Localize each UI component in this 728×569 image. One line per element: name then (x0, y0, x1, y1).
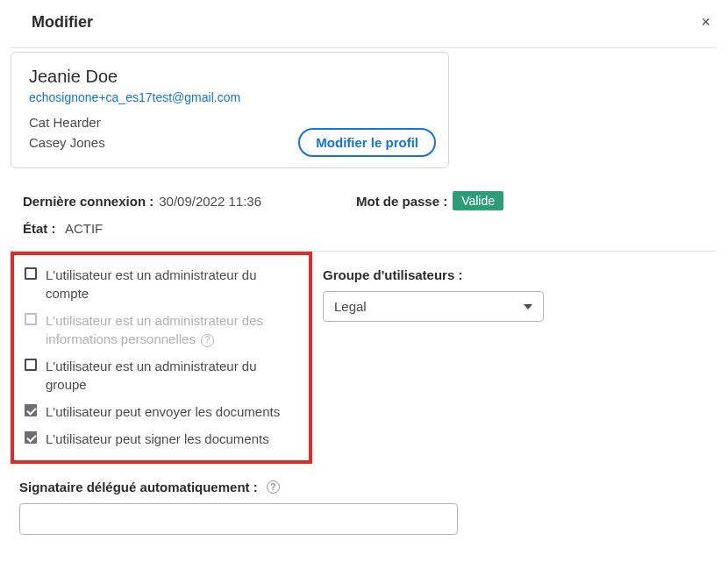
help-icon[interactable]: ? (267, 480, 280, 494)
checkbox-can-send[interactable] (25, 404, 37, 416)
header-divider (11, 47, 717, 48)
password-label: Mot de passe : (356, 194, 447, 209)
close-icon: × (701, 13, 710, 31)
permissions-highlight: L'utilisateur est un administrateur du c… (11, 252, 312, 464)
password-status-badge: Valide (453, 191, 503, 210)
label-personal-info-admin: L'utilisateur est un administrateur des … (46, 311, 298, 348)
label-account-admin: L'utilisateur est un administrateur du c… (46, 266, 298, 302)
delegate-input[interactable] (19, 503, 458, 535)
user-group-value: Legal (334, 299, 367, 314)
checkbox-group-admin[interactable] (25, 359, 37, 371)
last-login-label: Dernière connexion : (23, 194, 153, 209)
edit-profile-button[interactable]: Modifier le profil (298, 128, 436, 157)
checkbox-can-sign[interactable] (25, 431, 37, 444)
user-group-label: Groupe d'utilisateurs : (323, 267, 544, 282)
label-group-admin: L'utilisateur est un administrateur du g… (46, 357, 298, 394)
user-email[interactable]: echosignone+ca_es17test@gmail.com (29, 90, 431, 104)
chevron-down-icon (524, 304, 532, 309)
last-login-value: 30/09/2022 11:36 (159, 194, 261, 209)
profile-card: Jeanie Doe echosignone+ca_es17test@gmail… (11, 52, 449, 168)
delegate-label: Signataire délégué automatiquement : (19, 480, 258, 494)
user-name: Jeanie Doe (29, 67, 431, 87)
checkbox-personal-info-admin (25, 313, 37, 325)
user-group-select[interactable]: Legal (323, 291, 544, 322)
help-icon[interactable]: ? (201, 334, 214, 347)
checkbox-account-admin[interactable] (25, 267, 37, 280)
state-value: ACTIF (65, 221, 103, 236)
label-can-send: L'utilisateur peut envoyer les documents (46, 402, 280, 421)
dialog-title: Modifier (32, 13, 93, 32)
state-label: État : (23, 221, 56, 236)
label-can-sign: L'utilisateur peut signer les documents (46, 430, 269, 448)
close-button[interactable]: × (697, 11, 714, 33)
